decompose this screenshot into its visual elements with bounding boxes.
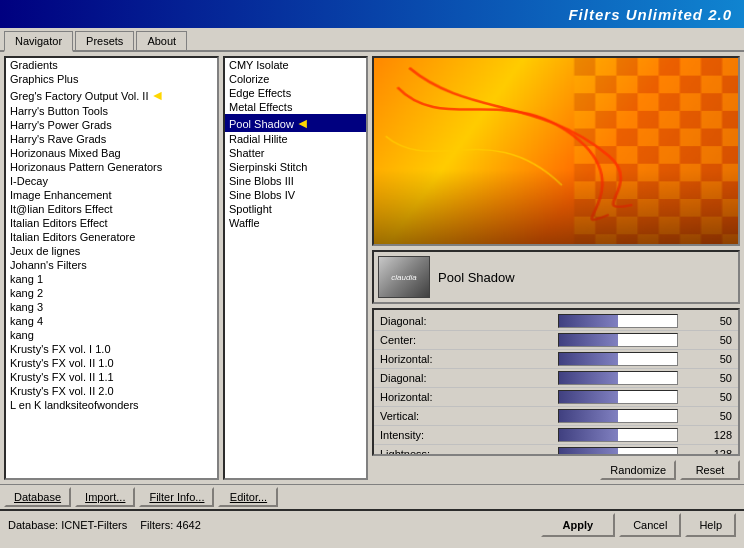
tab-presets[interactable]: Presets — [75, 31, 134, 50]
list-item[interactable]: I-Decay — [6, 174, 217, 188]
filter-list-item[interactable]: Metal Effects — [225, 100, 366, 114]
bottom-toolbar: Database Import... Filter Info... Editor… — [0, 484, 744, 509]
list-item[interactable]: kang 4 — [6, 314, 217, 328]
param-bar — [559, 334, 618, 346]
filters-status-label: Filters: — [140, 519, 173, 531]
apply-label: Apply — [563, 519, 594, 531]
param-row: Center:50 — [374, 331, 738, 350]
editor-button[interactable]: Editor... — [218, 487, 278, 507]
right-bottom-buttons: Randomize Reset — [372, 460, 740, 480]
param-bar-container[interactable] — [558, 352, 678, 366]
list-item[interactable]: Horizonaus Mixed Bag — [6, 146, 217, 160]
list-item[interactable]: Greg's Factory Output Vol. II ◄ — [6, 86, 217, 104]
param-bar-container[interactable] — [558, 390, 678, 404]
param-row: Horizontal:50 — [374, 350, 738, 369]
category-list[interactable]: GradientsGraphics PlusGreg's Factory Out… — [6, 58, 217, 478]
list-item[interactable]: Image Enhancement — [6, 188, 217, 202]
filter-list-item[interactable]: Edge Effects — [225, 86, 366, 100]
list-item[interactable]: Harry's Button Tools — [6, 104, 217, 118]
filter-info-label: Filter Info... — [149, 491, 204, 503]
param-bar-container[interactable] — [558, 371, 678, 385]
param-row: Diagonal:50 — [374, 312, 738, 331]
right-panel: claudia Pool Shadow Diagonal:50Center:50… — [372, 56, 740, 480]
list-item[interactable]: It@lian Editors Effect — [6, 202, 217, 216]
param-bar-container[interactable] — [558, 314, 678, 328]
filter-list-item[interactable]: Colorize — [225, 72, 366, 86]
param-row: Horizontal:50 — [374, 388, 738, 407]
filter-list-item[interactable]: Sierpinski Stitch — [225, 160, 366, 174]
reset-button[interactable]: Reset — [680, 460, 740, 480]
status-info: Database: ICNET-Filters Filters: 4642 — [8, 519, 537, 531]
param-value: 128 — [682, 429, 732, 441]
param-label: Vertical: — [380, 410, 554, 422]
filter-list-item[interactable]: Radial Hilite — [225, 132, 366, 146]
param-bar-container[interactable] — [558, 333, 678, 347]
apply-button[interactable]: Apply — [541, 513, 616, 537]
list-item[interactable]: Krusty's FX vol. II 1.0 — [6, 356, 217, 370]
param-bar — [559, 448, 618, 456]
list-item[interactable]: kang 2 — [6, 286, 217, 300]
param-value: 50 — [682, 334, 732, 346]
tab-bar: Navigator Presets About — [0, 28, 744, 52]
param-bar-container[interactable] — [558, 428, 678, 442]
list-item[interactable]: Italian Editors Generatore — [6, 230, 217, 244]
filter-list-item[interactable]: Waffle — [225, 216, 366, 230]
filter-list-item[interactable]: Spotlight — [225, 202, 366, 216]
thumbnail-text: claudia — [391, 273, 416, 282]
left-panel: GradientsGraphics PlusGreg's Factory Out… — [4, 56, 219, 480]
list-item[interactable]: Krusty's FX vol. II 2.0 — [6, 384, 217, 398]
list-item[interactable]: Gradients — [6, 58, 217, 72]
main-content: GradientsGraphics PlusGreg's Factory Out… — [0, 52, 744, 484]
filter-list[interactable]: CMY IsolateColorizeEdge EffectsMetal Eff… — [223, 56, 368, 480]
param-bar-container[interactable] — [558, 447, 678, 456]
filter-list-item[interactable]: Sine Blobs III — [225, 174, 366, 188]
list-item[interactable]: kang 3 — [6, 300, 217, 314]
param-label: Intensity: — [380, 429, 554, 441]
filter-list-item[interactable]: Shatter — [225, 146, 366, 160]
param-bar-container[interactable] — [558, 409, 678, 423]
list-item[interactable]: Graphics Plus — [6, 72, 217, 86]
param-label: Center: — [380, 334, 554, 346]
param-value: 50 — [682, 353, 732, 365]
filter-list-item[interactable]: Pool Shadow ◄ — [225, 114, 366, 132]
cancel-button[interactable]: Cancel — [619, 513, 681, 537]
param-value: 50 — [682, 410, 732, 422]
help-button[interactable]: Help — [685, 513, 736, 537]
database-status-value: ICNET-Filters — [61, 519, 127, 531]
filter-name: Pool Shadow — [438, 270, 515, 285]
filter-list-item[interactable]: CMY Isolate — [225, 58, 366, 72]
list-item[interactable]: Horizonaus Pattern Generators — [6, 160, 217, 174]
database-status-label: Database: — [8, 519, 58, 531]
param-bar — [559, 372, 618, 384]
list-item[interactable]: Johann's Filters — [6, 258, 217, 272]
tab-about[interactable]: About — [136, 31, 187, 50]
param-bar — [559, 353, 618, 365]
import-button[interactable]: Import... — [75, 487, 135, 507]
database-label: Database — [14, 491, 61, 503]
list-item[interactable]: L en K landksiteofwonders — [6, 398, 217, 412]
list-item[interactable]: Harry's Power Grads — [6, 118, 217, 132]
title-bar: Filters Unlimited 2.0 — [0, 0, 744, 28]
list-item[interactable]: Jeux de lignes — [6, 244, 217, 258]
param-value: 128 — [682, 448, 732, 456]
tab-navigator[interactable]: Navigator — [4, 31, 73, 52]
filters-status-value: 4642 — [176, 519, 200, 531]
database-button[interactable]: Database — [4, 487, 71, 507]
list-item[interactable]: Italian Editors Effect — [6, 216, 217, 230]
param-bar — [559, 391, 618, 403]
import-label: Import... — [85, 491, 125, 503]
list-item[interactable]: Krusty's FX vol. I 1.0 — [6, 342, 217, 356]
param-row: Diagonal:50 — [374, 369, 738, 388]
cancel-label: Cancel — [633, 519, 667, 531]
param-bar — [559, 429, 618, 441]
params-panel: Diagonal:50Center:50Horizontal:50Diagona… — [372, 308, 740, 456]
randomize-button[interactable]: Randomize — [600, 460, 676, 480]
list-item[interactable]: Krusty's FX vol. II 1.1 — [6, 370, 217, 384]
filter-list-item[interactable]: Sine Blobs IV — [225, 188, 366, 202]
list-item[interactable]: kang — [6, 328, 217, 342]
preview-canvas — [374, 58, 738, 244]
list-item[interactable]: kang 1 — [6, 272, 217, 286]
list-item[interactable]: Harry's Rave Grads — [6, 132, 217, 146]
title-bar-text: Filters Unlimited 2.0 — [568, 6, 732, 23]
filter-info-button[interactable]: Filter Info... — [139, 487, 214, 507]
